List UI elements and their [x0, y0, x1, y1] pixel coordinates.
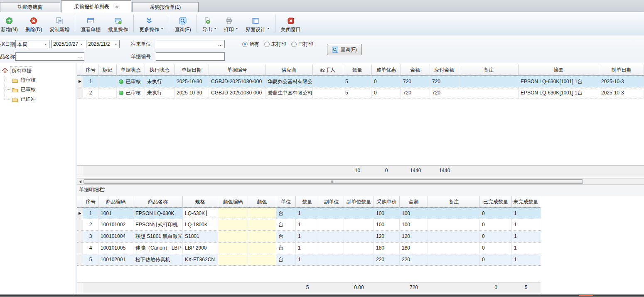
- date-to-select[interactable]: 2025/11/2: [86, 40, 120, 48]
- column-header[interactable]: 副单位数量: [344, 196, 374, 208]
- column-header[interactable]: 执行状态: [145, 64, 175, 76]
- more-ops-icon: [145, 17, 153, 25]
- scroll-left-icon[interactable]: [77, 179, 83, 184]
- toolbar-button-query[interactable]: 查询(F): [171, 12, 194, 35]
- column-header[interactable]: 未完成数量: [512, 196, 540, 208]
- column-header[interactable]: 单据编号: [209, 64, 265, 76]
- selected-row-arrow-icon: [79, 212, 83, 215]
- column-header[interactable]: 应付金额: [430, 64, 459, 76]
- column-header[interactable]: 商品编码: [98, 196, 133, 208]
- column-header[interactable]: 单位: [276, 196, 296, 208]
- column-header[interactable]: 供应商: [265, 64, 313, 76]
- table-cell: 1: [296, 219, 319, 230]
- table-cell: [218, 231, 248, 242]
- table-cell: [313, 87, 343, 99]
- column-header[interactable]: 备注: [459, 64, 519, 76]
- toolbar-button-copy-add[interactable]: 复制新增: [46, 12, 73, 35]
- table-row[interactable]: 5100102001松下热敏传真机KX-FT862CN台122022001: [77, 254, 541, 266]
- product-input[interactable]: …: [15, 52, 84, 61]
- column-header[interactable]: 单据状态: [117, 64, 145, 76]
- table-cell: 0: [480, 254, 512, 265]
- tree-item[interactable]: 已红冲: [0, 94, 75, 104]
- radio-icon[interactable]: [242, 42, 248, 47]
- table-cell: 台: [276, 254, 296, 265]
- table-cell: KX-FT862CN: [183, 254, 218, 265]
- tree-item[interactable]: 待审核: [0, 75, 75, 85]
- table-cell: 720: [401, 76, 430, 87]
- column-header[interactable]: 序号: [83, 64, 98, 76]
- cell-text: 0: [482, 257, 485, 262]
- cell-text: 1: [89, 79, 92, 84]
- date-range-select[interactable]: 本周: [15, 40, 49, 48]
- summary-cell: [265, 166, 313, 176]
- tab-close-icon[interactable]: ×: [115, 4, 118, 10]
- ellipsis-button[interactable]: …: [77, 53, 84, 60]
- chevron-down-icon[interactable]: [113, 40, 119, 48]
- table-cell: 联想 S1801 黑白激光: [133, 231, 183, 242]
- print-filter-option[interactable]: 未打印: [264, 41, 286, 48]
- toolbar-button-close-window[interactable]: 关闭窗口: [277, 12, 305, 35]
- toolbar-button-add[interactable]: 新增(N): [0, 12, 22, 35]
- toolbar-button-print[interactable]: 打印: [220, 12, 242, 35]
- column-header[interactable]: 商品名称: [133, 196, 183, 208]
- column-header[interactable]: 金额: [401, 64, 430, 76]
- tab-quote-form[interactable]: 采购报价单(1): [132, 2, 199, 12]
- tab-function-nav[interactable]: 功能导航窗: [0, 2, 60, 12]
- column-header[interactable]: 采购单价: [374, 196, 400, 208]
- table-row[interactable]: 4100101005佳能（Canon） LBPLBP 2900台11801800…: [77, 243, 541, 254]
- toolbar-button-delete[interactable]: 删除(D): [22, 12, 46, 35]
- summary-cell: 1440: [430, 166, 459, 176]
- tree-root-item[interactable]: 所有单据: [0, 66, 75, 75]
- column-header[interactable]: 颜色: [248, 196, 276, 208]
- ellipsis-button[interactable]: …: [217, 41, 224, 47]
- column-header[interactable]: 摘要: [519, 64, 599, 76]
- column-header[interactable]: 金额: [400, 196, 428, 208]
- docno-input[interactable]: [156, 52, 225, 61]
- toolbar-button-batch-ops[interactable]: 批量操作: [104, 12, 132, 35]
- toolbar-button-export[interactable]: 导出: [199, 12, 220, 35]
- dropdown-arrow-icon[interactable]: [267, 28, 270, 30]
- dropdown-arrow-icon[interactable]: [236, 28, 238, 30]
- column-header[interactable]: 单据日期: [175, 64, 209, 76]
- summary-cell: [319, 282, 344, 293]
- table-row[interactable]: 1已审核未执行2025-10-30CGBJD-20251030-000华夏办公器…: [77, 76, 644, 87]
- horizontal-scrollbar[interactable]: [77, 178, 644, 185]
- summary-cell: [83, 166, 98, 176]
- table-row[interactable]: 2100101002EPSON针式打印机LQ-1800K台110010001: [77, 219, 541, 231]
- column-header[interactable]: 副单位: [319, 196, 344, 208]
- query-button[interactable]: 查询(F): [327, 44, 362, 55]
- chevron-down-icon[interactable]: [78, 40, 85, 48]
- chevron-down-icon[interactable]: [42, 40, 49, 48]
- toolbar-button-view-doc[interactable]: 查看单据: [77, 12, 104, 35]
- column-header[interactable]: 已完成数量: [480, 196, 512, 208]
- print-filter-option[interactable]: 已打印: [291, 41, 313, 48]
- dropdown-arrow-icon[interactable]: [214, 28, 216, 30]
- scrollbar-thumb[interactable]: [84, 179, 583, 184]
- cell-text: EPSON LQ-630K[1001] 1台: [521, 90, 583, 96]
- column-header[interactable]: 数量: [296, 196, 319, 208]
- column-header[interactable]: 标记: [98, 64, 117, 76]
- radio-icon[interactable]: [264, 42, 270, 47]
- column-header[interactable]: 经手人: [313, 64, 343, 76]
- table-row[interactable]: 11001EPSON LQ-630KLQ-630K台110010001: [77, 208, 541, 219]
- column-header[interactable]: 颜色编码: [218, 196, 248, 208]
- toolbar-button-ui-design[interactable]: 界面设计: [242, 12, 273, 35]
- tab-quote-list[interactable]: 采购报价单列表×: [61, 0, 131, 12]
- column-header[interactable]: 序号: [83, 196, 98, 208]
- column-header[interactable]: 规格: [183, 196, 218, 208]
- column-header[interactable]: 制单日期: [599, 64, 644, 76]
- tree-item[interactable]: 已审核: [0, 85, 75, 94]
- partner-input[interactable]: …: [156, 40, 225, 48]
- column-header[interactable]: 整单优惠: [372, 64, 401, 76]
- column-header[interactable]: 备注: [428, 196, 480, 208]
- table-row[interactable]: 2已审核未执行2025-10-30CGBJD-20251030-000爱普生中国…: [77, 87, 644, 99]
- toolbar-button-more-ops[interactable]: 更多操作: [135, 12, 167, 35]
- cell-text: 台: [278, 210, 283, 216]
- radio-icon[interactable]: [291, 42, 297, 47]
- print-filter-option[interactable]: 所有: [242, 41, 259, 48]
- table-cell: [428, 254, 480, 265]
- column-header[interactable]: 数量: [343, 64, 372, 76]
- date-from-select[interactable]: 2025/10/27: [51, 40, 85, 48]
- table-row[interactable]: 3100101004联想 S1801 黑白激光S1801台112012001: [77, 231, 541, 243]
- dropdown-arrow-icon[interactable]: [161, 28, 163, 30]
